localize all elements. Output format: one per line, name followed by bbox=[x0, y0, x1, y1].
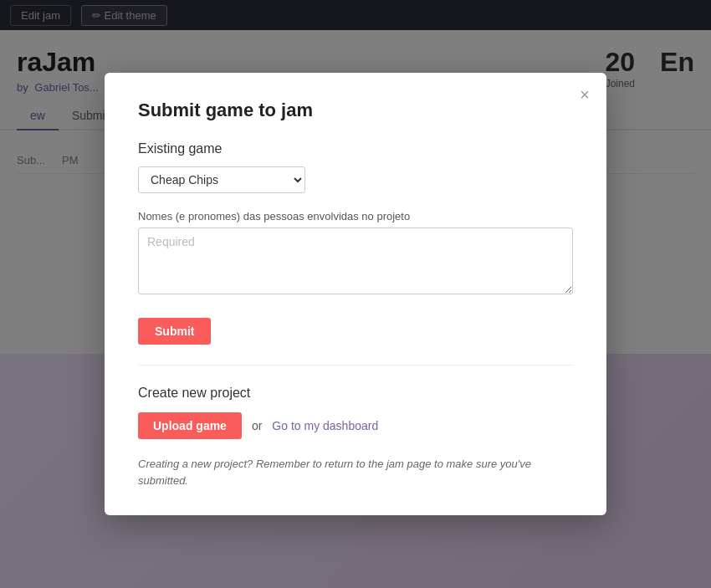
modal-close-button[interactable]: × bbox=[580, 86, 590, 103]
create-project-note: Creating a new project? Remember to retu… bbox=[138, 456, 573, 488]
or-text: or bbox=[252, 419, 262, 432]
section-divider bbox=[138, 365, 573, 366]
submit-modal: Submit game to jam × Existing game Cheap… bbox=[105, 73, 606, 515]
existing-game-label: Existing game bbox=[138, 141, 573, 156]
modal-title: Submit game to jam bbox=[138, 100, 573, 121]
upload-game-button[interactable]: Upload game bbox=[138, 412, 242, 439]
modal-overlay: Submit game to jam × Existing game Cheap… bbox=[0, 0, 711, 588]
create-row: Upload game or Go to my dashboard bbox=[138, 412, 573, 439]
names-field-group: Nomes (e pronomes) das pessoas envolvida… bbox=[138, 210, 573, 298]
submit-button[interactable]: Submit bbox=[138, 318, 211, 345]
names-field-label: Nomes (e pronomes) das pessoas envolvida… bbox=[138, 210, 573, 222]
create-new-project-section: Create new project Upload game or Go to … bbox=[138, 386, 573, 488]
names-textarea[interactable] bbox=[138, 228, 573, 294]
create-project-label: Create new project bbox=[138, 386, 573, 401]
existing-game-section: Existing game Cheap Chips bbox=[138, 141, 573, 193]
game-select[interactable]: Cheap Chips bbox=[138, 166, 305, 193]
dashboard-link[interactable]: Go to my dashboard bbox=[272, 419, 378, 432]
